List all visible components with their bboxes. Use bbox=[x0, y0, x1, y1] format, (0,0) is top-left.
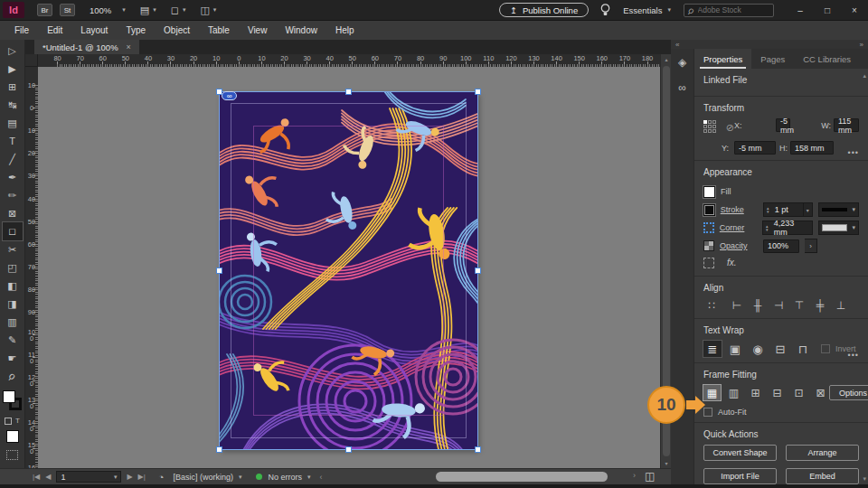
selection-handle-bottom-center[interactable] bbox=[345, 446, 352, 453]
pasteboard[interactable]: ∞ bbox=[38, 67, 660, 468]
view-options-dropdown[interactable]: ▤ ▾ bbox=[140, 5, 156, 16]
menu-type[interactable]: Type bbox=[117, 21, 155, 41]
close-button[interactable]: × bbox=[841, 0, 868, 20]
object-style-icon[interactable] bbox=[703, 258, 714, 268]
scroll-right-icon[interactable]: › bbox=[633, 471, 636, 480]
opacity-field[interactable]: 100% bbox=[763, 239, 799, 253]
fit-content-to-frame-icon[interactable]: ⊟ bbox=[769, 385, 786, 400]
minimize-button[interactable]: – bbox=[787, 0, 814, 20]
first-page-button[interactable]: |◀ bbox=[33, 473, 40, 481]
bridge-button[interactable]: Br bbox=[37, 4, 52, 16]
fill-color-swatch[interactable] bbox=[703, 186, 715, 198]
menu-help[interactable]: Help bbox=[326, 21, 363, 41]
pencil-tool[interactable]: ✏ bbox=[3, 186, 23, 204]
free-transform-tool[interactable]: ◰ bbox=[3, 258, 23, 277]
menu-view[interactable]: View bbox=[239, 21, 277, 41]
layers-panel-icon[interactable]: ◈ bbox=[678, 56, 686, 69]
adobe-stock-button[interactable]: St bbox=[60, 4, 75, 16]
chevron-down-icon[interactable]: ▾ bbox=[307, 474, 311, 481]
y-position-field[interactable]: -5 mm bbox=[734, 141, 776, 155]
fit-frame-to-content-icon[interactable]: ⊞ bbox=[747, 385, 764, 400]
last-page-button[interactable]: ▶| bbox=[138, 473, 146, 481]
wrap-around-object-shape-icon[interactable]: ◉ bbox=[749, 341, 767, 357]
workspace-switcher[interactable]: Essentials ▾ bbox=[623, 5, 671, 15]
no-text-wrap-icon[interactable]: ≣ bbox=[703, 341, 722, 357]
document-tab[interactable]: *Untitled-1 @ 100% × bbox=[34, 40, 139, 54]
chevron-down-icon[interactable]: ▾ bbox=[239, 474, 242, 481]
frame-tool[interactable]: ⊠ bbox=[3, 204, 23, 222]
corner-link[interactable]: Corner bbox=[720, 223, 757, 232]
menu-layout[interactable]: Layout bbox=[71, 21, 117, 41]
gap-tool[interactable]: ↹ bbox=[3, 96, 23, 114]
align-bottom-icon[interactable]: ⊥ bbox=[833, 298, 849, 313]
chevron-down-icon[interactable]: ▾ bbox=[803, 203, 812, 216]
selection-handle-top-center[interactable] bbox=[345, 89, 352, 95]
import-file-button[interactable]: Import File bbox=[703, 468, 777, 484]
panel-scroll-down-icon[interactable]: ▾ bbox=[863, 475, 866, 483]
panel-scroll-up-icon[interactable]: ▴ bbox=[863, 72, 866, 80]
corner-radius-value[interactable]: 4,233 mm bbox=[771, 219, 812, 237]
opacity-icon[interactable] bbox=[703, 240, 714, 251]
tab-cc-libraries[interactable]: CC Libraries bbox=[794, 49, 860, 69]
jump-to-next-column-icon[interactable]: ⊓ bbox=[794, 341, 812, 357]
align-options-icon[interactable]: ∷ bbox=[703, 298, 720, 313]
type-tool[interactable]: T bbox=[3, 132, 23, 150]
tab-properties[interactable]: Properties bbox=[694, 49, 751, 69]
collapse-panels-icon[interactable]: « bbox=[675, 41, 679, 49]
selection-tool[interactable]: ▷ bbox=[3, 42, 23, 60]
menu-window[interactable]: Window bbox=[276, 21, 326, 41]
wrap-around-bounding-box-icon[interactable]: ▣ bbox=[726, 341, 744, 357]
arrange-button[interactable]: Arrange bbox=[786, 445, 859, 461]
zoom-level-dropdown[interactable]: 100% ▾ bbox=[90, 5, 126, 15]
more-options-icon[interactable]: ••• bbox=[848, 351, 859, 360]
pen-tool[interactable]: ✒ bbox=[3, 168, 23, 186]
gradient-tool[interactable]: ◧ bbox=[3, 277, 23, 295]
rectangle-tool[interactable]: □ bbox=[3, 222, 23, 240]
corner-style-dropdown[interactable]: ▾ bbox=[818, 221, 859, 235]
constrain-proportions-icon[interactable]: ⊘ bbox=[726, 122, 734, 134]
align-center-horizontal-icon[interactable]: ╫ bbox=[750, 298, 766, 313]
note-tool[interactable]: ▥ bbox=[3, 313, 23, 331]
stroke-weight-stepper[interactable]: ▴▾ 1 pt ▾ bbox=[763, 202, 813, 217]
opacity-link[interactable]: Opacity bbox=[720, 241, 758, 250]
section-title[interactable]: Linked File bbox=[703, 75, 859, 85]
close-tab-icon[interactable]: × bbox=[127, 42, 131, 52]
selection-frame[interactable] bbox=[219, 91, 478, 450]
vertical-scrollbar[interactable]: ▴ ▾ bbox=[660, 54, 671, 468]
direct-selection-tool[interactable]: ▶ bbox=[3, 60, 23, 78]
page-tool[interactable]: ⊞ bbox=[3, 78, 23, 96]
learn-lightbulb-icon[interactable] bbox=[600, 4, 610, 17]
stroke-style-dropdown[interactable]: ▾ bbox=[818, 202, 859, 217]
invert-checkbox[interactable] bbox=[821, 344, 830, 353]
menu-object[interactable]: Object bbox=[155, 21, 199, 41]
reference-point-grid[interactable] bbox=[703, 120, 718, 135]
preflight-icon[interactable]: ◔ bbox=[158, 472, 165, 483]
tab-pages[interactable]: Pages bbox=[751, 49, 794, 69]
formatting-affects-container-icon[interactable] bbox=[5, 418, 12, 425]
corner-radius-stepper[interactable]: ▴▾ 4,233 mm bbox=[762, 221, 813, 235]
page-number-dropdown[interactable]: 1 ▾ bbox=[56, 471, 121, 483]
screen-mode-button[interactable] bbox=[6, 450, 18, 460]
spread-view-icon[interactable]: ◫ bbox=[645, 470, 655, 483]
content-aware-fit-icon[interactable]: ⊠ bbox=[812, 385, 829, 400]
convert-shape-button[interactable]: Convert Shape bbox=[703, 445, 777, 461]
preflight-profile[interactable]: [Basic] (working) bbox=[173, 473, 233, 482]
x-position-field[interactable]: -5 mm bbox=[776, 118, 790, 132]
links-panel-icon[interactable]: ∞ bbox=[678, 81, 686, 94]
selection-handle-bottom-left[interactable] bbox=[216, 446, 222, 453]
scissors-tool[interactable]: ✂ bbox=[3, 240, 23, 258]
horizontal-scroll-thumb[interactable] bbox=[436, 472, 608, 482]
vertical-scroll-thumb[interactable] bbox=[663, 66, 670, 456]
center-content-icon[interactable]: ⊡ bbox=[790, 385, 807, 400]
stroke-weight-value[interactable]: 1 pt bbox=[772, 205, 803, 214]
fit-content-proportionally-icon[interactable]: ▥ bbox=[725, 385, 742, 400]
ruler-origin-corner[interactable] bbox=[25, 54, 38, 67]
jump-object-icon[interactable]: ⊟ bbox=[771, 341, 789, 357]
menu-table[interactable]: Table bbox=[199, 21, 239, 41]
auto-fit-checkbox[interactable] bbox=[703, 408, 712, 417]
adobe-stock-search[interactable]: ϙ bbox=[684, 4, 774, 17]
opacity-expand-icon[interactable]: › bbox=[805, 239, 817, 253]
apply-color-button[interactable] bbox=[6, 430, 19, 443]
fill-frame-proportionally-icon[interactable]: ▦ bbox=[703, 385, 721, 400]
corner-options-icon[interactable] bbox=[703, 222, 714, 233]
